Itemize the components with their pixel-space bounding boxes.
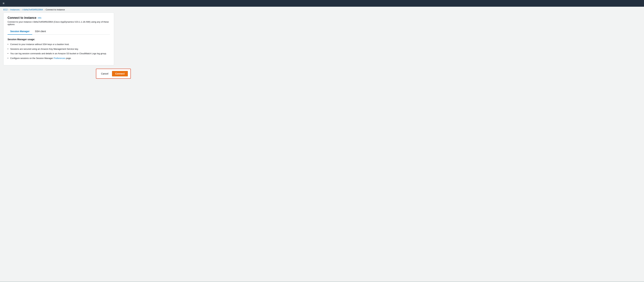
preferences-text-before: Configure sessions on the Session Manage… [10,57,54,59]
hamburger-menu-icon[interactable]: ≡ [3,2,4,5]
breadcrumb-separator-3: › [44,8,44,11]
preferences-text-after: page. [66,57,72,59]
card-header: Connect to instance Info Connect to your… [8,16,110,26]
breadcrumb-separator-2: › [21,8,21,11]
card-subtitle: Connect to your instance i-0d4a7e4f34f91… [8,21,110,26]
list-item: Configure sessions on the Session Manage… [8,57,110,60]
cancel-button[interactable]: Cancel [99,71,110,76]
breadcrumb: EC2 › Instances › i-0d4a7e4f34f910064 › … [0,7,644,12]
tab-session-manager[interactable]: Session Manager [8,28,32,35]
card-title: Connect to instance [8,16,36,20]
list-item: You can log session commands and details… [8,52,110,55]
action-box: Cancel Connect [96,69,131,79]
card-title-row: Connect to instance Info [8,16,110,20]
tab-ssh-client[interactable]: SSH client [32,28,48,35]
breadcrumb-current-page: Connect to instance [46,8,65,11]
breadcrumb-instances[interactable]: Instances [10,8,20,11]
action-area: Cancel Connect [3,69,131,79]
preferences-link[interactable]: Preferences [54,57,66,59]
session-manager-content: Session Manager usage: Connect to your i… [8,38,110,60]
connect-button[interactable]: Connect [112,71,128,76]
main-content: Connect to instance Info Connect to your… [0,12,644,82]
top-navigation: ≡ [0,0,644,7]
breadcrumb-separator-1: › [8,8,9,11]
breadcrumb-ec2[interactable]: EC2 [3,8,8,11]
bottom-border [0,281,644,282]
list-item: Connect to your instance without SSH key… [8,43,110,46]
session-manager-bullets: Connect to your instance without SSH key… [8,43,110,60]
breadcrumb-instance-id[interactable]: i-0d4a7e4f34f910064 [22,8,43,11]
list-item: Sessions are secured using an Amazon Key… [8,47,110,51]
info-link[interactable]: Info [38,16,42,19]
connect-to-instance-card: Connect to instance Info Connect to your… [3,12,114,65]
connection-tabs: Session Manager SSH client [8,28,110,35]
session-manager-heading: Session Manager usage: [8,38,110,41]
